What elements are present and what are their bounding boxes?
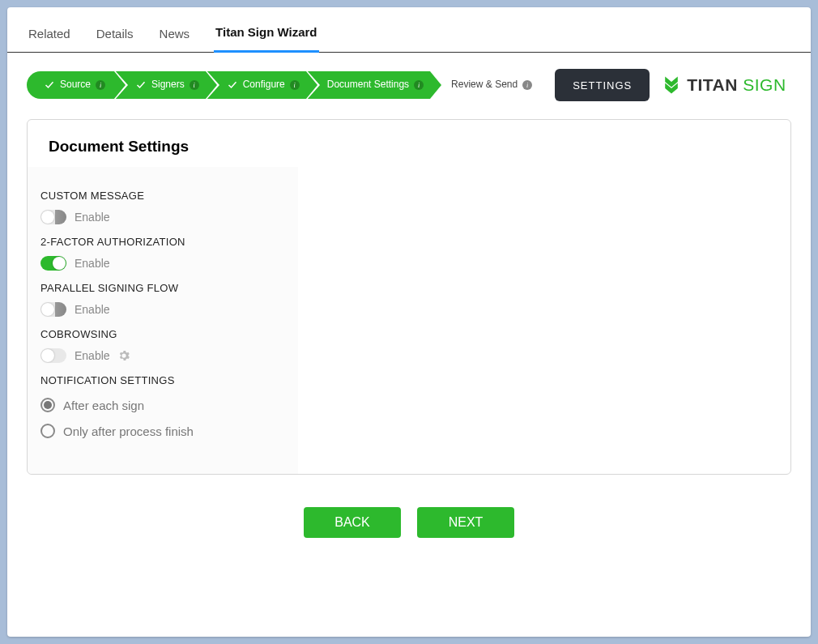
cobrowsing-toggle[interactable]	[40, 348, 66, 363]
gear-icon[interactable]	[118, 350, 130, 361]
tab-details[interactable]: Details	[95, 27, 135, 52]
step-label: Signers	[151, 79, 185, 90]
info-icon: i	[290, 80, 300, 90]
content-scroll[interactable]: Source i Signers i Configure i Document …	[7, 53, 811, 637]
two-factor-heading: 2-FACTOR AUTHORIZATION	[40, 236, 285, 248]
info-icon: i	[190, 80, 199, 90]
page-tabs: Related Details News Titan Sign Wizard	[7, 7, 811, 53]
document-settings-panel: Document Settings CUSTOM MESSAGE Enable …	[27, 119, 791, 475]
settings-column: CUSTOM MESSAGE Enable 2-FACTOR AUTHORIZA…	[28, 167, 298, 474]
titan-logo-icon	[661, 75, 682, 96]
info-icon: i	[96, 80, 105, 90]
info-icon: i	[522, 80, 532, 90]
tab-titan-sign-wizard[interactable]: Titan Sign Wizard	[214, 25, 318, 53]
parallel-toggle[interactable]	[40, 302, 66, 317]
notification-radio-each[interactable]: After each sign	[40, 398, 285, 412]
brand-text: TITAN SIGN	[687, 75, 786, 95]
step-document-settings[interactable]: Document Settings i	[306, 71, 430, 99]
notification-heading: NOTIFICATION SETTINGS	[40, 374, 285, 386]
check-icon	[44, 79, 55, 91]
radio-label: Only after process finish	[63, 424, 194, 438]
custom-message-toggle[interactable]	[40, 210, 66, 224]
settings-button[interactable]: SETTINGS	[555, 69, 650, 101]
radio-icon	[40, 398, 55, 412]
wizard-steps: Source i Signers i Configure i Document …	[27, 71, 539, 99]
custom-message-heading: CUSTOM MESSAGE	[40, 190, 285, 202]
check-icon	[135, 79, 147, 91]
app-window: Related Details News Titan Sign Wizard S…	[7, 7, 811, 637]
next-button[interactable]: NEXT	[417, 507, 514, 538]
brand-titan: TITAN	[687, 75, 738, 94]
tab-news[interactable]: News	[158, 27, 192, 52]
step-configure[interactable]: Configure i	[206, 71, 306, 99]
back-button[interactable]: BACK	[304, 507, 401, 538]
step-source[interactable]: Source i	[27, 71, 114, 99]
radio-icon	[40, 424, 55, 438]
step-label: Configure	[243, 79, 285, 90]
info-icon: i	[414, 80, 424, 90]
radio-label: After each sign	[63, 399, 144, 412]
tab-related[interactable]: Related	[27, 27, 72, 52]
cobrowsing-label: Enable	[75, 349, 110, 362]
cobrowsing-heading: COBROWSING	[40, 328, 285, 340]
brand-logo: TITAN SIGN	[661, 75, 786, 96]
parallel-label: Enable	[75, 303, 110, 316]
custom-message-label: Enable	[75, 211, 110, 224]
panel-title: Document Settings	[28, 120, 790, 167]
two-factor-toggle[interactable]	[40, 256, 66, 271]
two-factor-label: Enable	[75, 257, 110, 270]
step-review-send[interactable]: Review & Send i	[430, 71, 539, 99]
step-label: Source	[60, 79, 91, 90]
footer-buttons: BACK NEXT	[27, 507, 791, 538]
progress-row: Source i Signers i Configure i Document …	[27, 67, 791, 103]
check-icon	[227, 79, 238, 91]
step-label: Review & Send	[451, 79, 518, 90]
parallel-heading: PARALLEL SIGNING FLOW	[40, 282, 285, 294]
brand-sign: SIGN	[738, 75, 786, 94]
notification-radio-finish[interactable]: Only after process finish	[40, 424, 285, 438]
step-label: Document Settings	[327, 79, 409, 90]
